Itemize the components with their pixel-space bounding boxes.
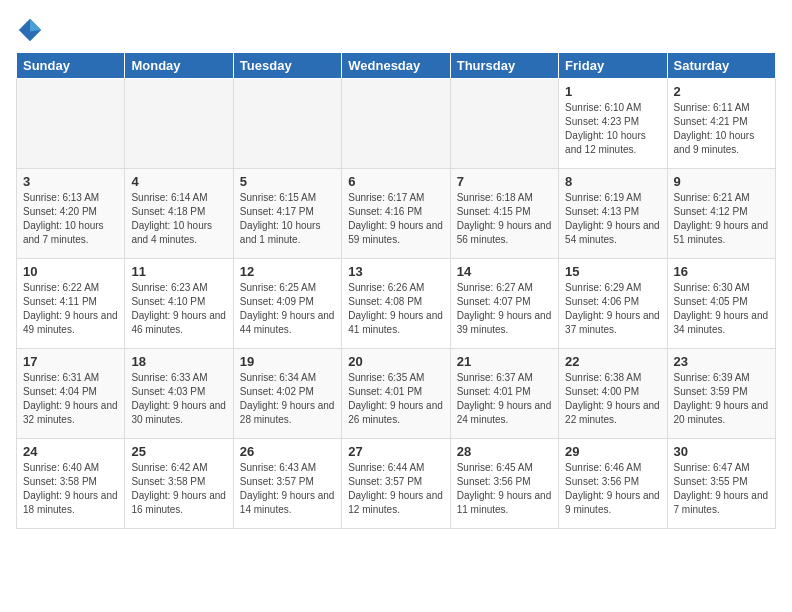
weekday-header-monday: Monday	[125, 53, 233, 79]
calendar-table: SundayMondayTuesdayWednesdayThursdayFrid…	[16, 52, 776, 529]
day-number: 24	[23, 444, 118, 459]
day-number: 8	[565, 174, 660, 189]
day-number: 3	[23, 174, 118, 189]
week-row-1: 1Sunrise: 6:10 AM Sunset: 4:23 PM Daylig…	[17, 79, 776, 169]
calendar-cell: 22Sunrise: 6:38 AM Sunset: 4:00 PM Dayli…	[559, 349, 667, 439]
calendar-cell: 25Sunrise: 6:42 AM Sunset: 3:58 PM Dayli…	[125, 439, 233, 529]
calendar-cell: 16Sunrise: 6:30 AM Sunset: 4:05 PM Dayli…	[667, 259, 775, 349]
day-info: Sunrise: 6:22 AM Sunset: 4:11 PM Dayligh…	[23, 281, 118, 337]
day-number: 25	[131, 444, 226, 459]
day-info: Sunrise: 6:13 AM Sunset: 4:20 PM Dayligh…	[23, 191, 118, 247]
day-info: Sunrise: 6:35 AM Sunset: 4:01 PM Dayligh…	[348, 371, 443, 427]
day-number: 1	[565, 84, 660, 99]
day-number: 14	[457, 264, 552, 279]
day-number: 6	[348, 174, 443, 189]
day-number: 30	[674, 444, 769, 459]
calendar-cell: 4Sunrise: 6:14 AM Sunset: 4:18 PM Daylig…	[125, 169, 233, 259]
calendar-cell: 6Sunrise: 6:17 AM Sunset: 4:16 PM Daylig…	[342, 169, 450, 259]
day-info: Sunrise: 6:42 AM Sunset: 3:58 PM Dayligh…	[131, 461, 226, 517]
day-number: 16	[674, 264, 769, 279]
day-number: 7	[457, 174, 552, 189]
weekday-header-sunday: Sunday	[17, 53, 125, 79]
day-number: 23	[674, 354, 769, 369]
day-info: Sunrise: 6:26 AM Sunset: 4:08 PM Dayligh…	[348, 281, 443, 337]
calendar-cell: 8Sunrise: 6:19 AM Sunset: 4:13 PM Daylig…	[559, 169, 667, 259]
day-number: 11	[131, 264, 226, 279]
day-number: 17	[23, 354, 118, 369]
calendar-cell: 28Sunrise: 6:45 AM Sunset: 3:56 PM Dayli…	[450, 439, 558, 529]
weekday-header-saturday: Saturday	[667, 53, 775, 79]
day-number: 21	[457, 354, 552, 369]
day-number: 10	[23, 264, 118, 279]
day-number: 27	[348, 444, 443, 459]
day-number: 18	[131, 354, 226, 369]
day-info: Sunrise: 6:10 AM Sunset: 4:23 PM Dayligh…	[565, 101, 660, 157]
day-info: Sunrise: 6:39 AM Sunset: 3:59 PM Dayligh…	[674, 371, 769, 427]
day-number: 15	[565, 264, 660, 279]
day-info: Sunrise: 6:23 AM Sunset: 4:10 PM Dayligh…	[131, 281, 226, 337]
day-info: Sunrise: 6:11 AM Sunset: 4:21 PM Dayligh…	[674, 101, 769, 157]
calendar-cell	[450, 79, 558, 169]
calendar-cell: 14Sunrise: 6:27 AM Sunset: 4:07 PM Dayli…	[450, 259, 558, 349]
calendar-cell: 10Sunrise: 6:22 AM Sunset: 4:11 PM Dayli…	[17, 259, 125, 349]
day-info: Sunrise: 6:40 AM Sunset: 3:58 PM Dayligh…	[23, 461, 118, 517]
calendar-cell: 5Sunrise: 6:15 AM Sunset: 4:17 PM Daylig…	[233, 169, 341, 259]
week-row-2: 3Sunrise: 6:13 AM Sunset: 4:20 PM Daylig…	[17, 169, 776, 259]
calendar-cell: 17Sunrise: 6:31 AM Sunset: 4:04 PM Dayli…	[17, 349, 125, 439]
day-number: 22	[565, 354, 660, 369]
calendar-cell: 15Sunrise: 6:29 AM Sunset: 4:06 PM Dayli…	[559, 259, 667, 349]
calendar-cell: 30Sunrise: 6:47 AM Sunset: 3:55 PM Dayli…	[667, 439, 775, 529]
calendar-cell: 18Sunrise: 6:33 AM Sunset: 4:03 PM Dayli…	[125, 349, 233, 439]
day-info: Sunrise: 6:19 AM Sunset: 4:13 PM Dayligh…	[565, 191, 660, 247]
logo-icon	[16, 16, 44, 44]
day-info: Sunrise: 6:47 AM Sunset: 3:55 PM Dayligh…	[674, 461, 769, 517]
calendar-cell: 27Sunrise: 6:44 AM Sunset: 3:57 PM Dayli…	[342, 439, 450, 529]
day-info: Sunrise: 6:15 AM Sunset: 4:17 PM Dayligh…	[240, 191, 335, 247]
calendar-cell: 20Sunrise: 6:35 AM Sunset: 4:01 PM Dayli…	[342, 349, 450, 439]
day-number: 29	[565, 444, 660, 459]
day-info: Sunrise: 6:38 AM Sunset: 4:00 PM Dayligh…	[565, 371, 660, 427]
calendar-cell: 9Sunrise: 6:21 AM Sunset: 4:12 PM Daylig…	[667, 169, 775, 259]
calendar-cell: 19Sunrise: 6:34 AM Sunset: 4:02 PM Dayli…	[233, 349, 341, 439]
calendar-cell: 24Sunrise: 6:40 AM Sunset: 3:58 PM Dayli…	[17, 439, 125, 529]
day-info: Sunrise: 6:44 AM Sunset: 3:57 PM Dayligh…	[348, 461, 443, 517]
weekday-header-thursday: Thursday	[450, 53, 558, 79]
calendar-cell	[125, 79, 233, 169]
calendar-cell: 3Sunrise: 6:13 AM Sunset: 4:20 PM Daylig…	[17, 169, 125, 259]
day-number: 19	[240, 354, 335, 369]
calendar-cell: 2Sunrise: 6:11 AM Sunset: 4:21 PM Daylig…	[667, 79, 775, 169]
weekday-header-row: SundayMondayTuesdayWednesdayThursdayFrid…	[17, 53, 776, 79]
day-number: 26	[240, 444, 335, 459]
calendar-cell: 29Sunrise: 6:46 AM Sunset: 3:56 PM Dayli…	[559, 439, 667, 529]
calendar-cell	[17, 79, 125, 169]
day-info: Sunrise: 6:14 AM Sunset: 4:18 PM Dayligh…	[131, 191, 226, 247]
day-info: Sunrise: 6:18 AM Sunset: 4:15 PM Dayligh…	[457, 191, 552, 247]
day-info: Sunrise: 6:29 AM Sunset: 4:06 PM Dayligh…	[565, 281, 660, 337]
weekday-header-tuesday: Tuesday	[233, 53, 341, 79]
day-info: Sunrise: 6:33 AM Sunset: 4:03 PM Dayligh…	[131, 371, 226, 427]
calendar-cell	[342, 79, 450, 169]
calendar-cell	[233, 79, 341, 169]
day-info: Sunrise: 6:34 AM Sunset: 4:02 PM Dayligh…	[240, 371, 335, 427]
day-number: 5	[240, 174, 335, 189]
day-info: Sunrise: 6:37 AM Sunset: 4:01 PM Dayligh…	[457, 371, 552, 427]
day-info: Sunrise: 6:17 AM Sunset: 4:16 PM Dayligh…	[348, 191, 443, 247]
day-number: 20	[348, 354, 443, 369]
week-row-3: 10Sunrise: 6:22 AM Sunset: 4:11 PM Dayli…	[17, 259, 776, 349]
day-number: 12	[240, 264, 335, 279]
day-number: 2	[674, 84, 769, 99]
day-info: Sunrise: 6:46 AM Sunset: 3:56 PM Dayligh…	[565, 461, 660, 517]
day-number: 13	[348, 264, 443, 279]
day-info: Sunrise: 6:25 AM Sunset: 4:09 PM Dayligh…	[240, 281, 335, 337]
calendar-cell: 12Sunrise: 6:25 AM Sunset: 4:09 PM Dayli…	[233, 259, 341, 349]
calendar-cell: 13Sunrise: 6:26 AM Sunset: 4:08 PM Dayli…	[342, 259, 450, 349]
day-info: Sunrise: 6:31 AM Sunset: 4:04 PM Dayligh…	[23, 371, 118, 427]
weekday-header-friday: Friday	[559, 53, 667, 79]
calendar-cell: 11Sunrise: 6:23 AM Sunset: 4:10 PM Dayli…	[125, 259, 233, 349]
calendar-cell: 21Sunrise: 6:37 AM Sunset: 4:01 PM Dayli…	[450, 349, 558, 439]
calendar-cell: 7Sunrise: 6:18 AM Sunset: 4:15 PM Daylig…	[450, 169, 558, 259]
day-info: Sunrise: 6:43 AM Sunset: 3:57 PM Dayligh…	[240, 461, 335, 517]
day-number: 28	[457, 444, 552, 459]
week-row-4: 17Sunrise: 6:31 AM Sunset: 4:04 PM Dayli…	[17, 349, 776, 439]
logo	[16, 16, 48, 44]
